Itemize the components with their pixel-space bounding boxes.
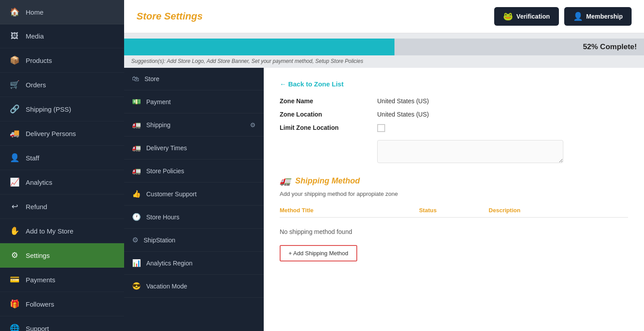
delivery-persons-icon: 🚚 — [10, 129, 20, 138]
payments-icon: 💳 — [10, 275, 20, 284]
sidebar-label-orders: Orders — [26, 81, 46, 89]
sidebar-label-home: Home — [26, 8, 43, 16]
sub-sidebar: 🛍 Store 💵 Payment 🚛 Shipping ⚙ 🚛 Deliver… — [124, 68, 264, 331]
zone-location-row: Zone Location United States (US) — [280, 111, 628, 118]
sub-sidebar-item-shipstation[interactable]: ⚙ ShipStation — [124, 229, 264, 252]
followers-icon: 🎁 — [10, 299, 20, 309]
staff-icon: 👤 — [10, 153, 20, 163]
status-col: Status — [419, 207, 488, 214]
store-policies-sub-icon: 🚛 — [132, 167, 141, 175]
sub-label-store-policies: Store Policies — [146, 167, 184, 175]
sidebar-item-refund[interactable]: ↩ Refund — [0, 195, 124, 219]
method-title-col: Method Title — [280, 207, 419, 214]
shipping-method-section: 🚛 Shipping Method Add your shipping meth… — [280, 175, 628, 261]
shipstation-sub-icon: ⚙ — [132, 236, 138, 244]
customer-support-sub-icon: 👍 — [132, 190, 141, 198]
media-icon: 🖼 — [10, 31, 20, 41]
sidebar-item-payments[interactable]: 💳 Payments — [0, 268, 124, 292]
content-row: 🛍 Store 💵 Payment 🚛 Shipping ⚙ 🚛 Deliver… — [124, 68, 644, 331]
no-method-text: No shipping method found — [280, 222, 628, 241]
sidebar-item-staff[interactable]: 👤 Staff — [0, 146, 124, 170]
sidebar-item-products[interactable]: 📦 Products — [0, 48, 124, 73]
sidebar-item-analytics[interactable]: 📈 Analytics — [0, 170, 124, 195]
sidebar: 🏠 Home 🖼 Media 📦 Products 🛒 Orders 🔗 Shi… — [0, 0, 124, 331]
limit-zone-label: Limit Zone Location — [280, 124, 377, 131]
orders-icon: 🛒 — [10, 80, 20, 90]
products-icon: 📦 — [10, 55, 20, 65]
description-col: Description — [489, 207, 628, 214]
zone-textarea-row — [280, 140, 628, 163]
payment-sub-icon: 💵 — [132, 97, 141, 106]
header-buttons: 🐸 Verification 👤 Membership — [494, 7, 632, 26]
zone-name-value: United States (US) — [377, 97, 429, 105]
membership-button[interactable]: 👤 Membership — [564, 7, 632, 26]
sidebar-label-settings: Settings — [26, 252, 50, 259]
sidebar-item-shipping[interactable]: 🔗 Shipping (PSS) — [0, 97, 124, 121]
sub-label-vacation-mode: Vacation Mode — [146, 283, 187, 290]
limit-zone-row: Limit Zone Location — [280, 124, 628, 134]
sidebar-label-shipping: Shipping (PSS) — [26, 105, 71, 113]
sidebar-item-settings[interactable]: ⚙ Settings — [0, 243, 124, 268]
sub-sidebar-item-payment[interactable]: 💵 Payment — [124, 90, 264, 113]
analytics-icon: 📈 — [10, 177, 20, 187]
home-icon: 🏠 — [10, 7, 20, 17]
progress-bar-fill — [124, 39, 394, 55]
shipping-settings-icon[interactable]: ⚙ — [250, 121, 256, 129]
sub-label-store: Store — [144, 75, 159, 82]
zone-name-row: Zone Name United States (US) — [280, 97, 628, 105]
sidebar-label-payments: Payments — [26, 276, 55, 284]
sub-label-shipping: Shipping — [146, 121, 171, 129]
sub-label-customer-support: Customer Support — [146, 191, 197, 198]
sidebar-item-home[interactable]: 🏠 Home — [0, 0, 124, 24]
membership-label: Membership — [586, 13, 623, 20]
verification-button[interactable]: 🐸 Verification — [494, 7, 558, 26]
sub-sidebar-item-customer-support[interactable]: 👍 Customer Support — [124, 183, 264, 206]
sub-sidebar-item-store[interactable]: 🛍 Store — [124, 68, 264, 90]
limit-zone-checkbox[interactable] — [377, 124, 385, 134]
sidebar-item-followers[interactable]: 🎁 Followers — [0, 292, 124, 316]
sidebar-item-orders[interactable]: 🛒 Orders — [0, 73, 124, 97]
shipping-table-header: Method Title Status Description — [280, 207, 628, 218]
sidebar-label-products: Products — [26, 57, 52, 64]
sub-sidebar-item-store-hours[interactable]: 🕐 Store Hours — [124, 206, 264, 229]
sidebar-item-add-to-my-store[interactable]: ✋ Add to My Store — [0, 219, 124, 243]
shipping-truck-icon: 🚛 — [280, 175, 291, 186]
store-sub-icon: 🛍 — [132, 75, 139, 83]
progress-section: 52% Complete! Suggestion(s): Add Store L… — [124, 33, 644, 68]
sidebar-item-media[interactable]: 🖼 Media — [0, 24, 124, 48]
sub-sidebar-item-shipping[interactable]: 🚛 Shipping ⚙ — [124, 113, 264, 136]
zone-info-table: Zone Name United States (US) Zone Locati… — [280, 97, 628, 163]
sidebar-item-delivery-persons[interactable]: 🚚 Delivery Persons — [0, 121, 124, 146]
progress-label: 52% Complete! — [583, 43, 637, 51]
sidebar-item-support[interactable]: 🌐 Support — [0, 316, 124, 331]
zone-textarea[interactable] — [377, 140, 563, 163]
sub-sidebar-item-vacation-mode[interactable]: 😎 Vacation Mode — [124, 275, 264, 298]
zone-location-label: Zone Location — [280, 111, 377, 118]
detail-panel: ← Back to Zone List Zone Name United Sta… — [264, 68, 644, 331]
sidebar-label-staff: Staff — [26, 154, 39, 162]
shipping-method-title: 🚛 Shipping Method — [280, 175, 628, 186]
zone-location-value: United States (US) — [377, 111, 429, 118]
sub-sidebar-item-store-policies[interactable]: 🚛 Store Policies — [124, 160, 264, 183]
sub-label-delivery-times: Delivery Times — [146, 144, 187, 152]
analytics-region-sub-icon: 📊 — [132, 259, 141, 267]
sidebar-label-delivery-persons: Delivery Persons — [26, 130, 76, 137]
shipping-method-title-text: Shipping Method — [295, 176, 360, 186]
shipping-icon: 🔗 — [10, 104, 20, 114]
sub-label-store-hours: Store Hours — [146, 214, 180, 221]
sub-sidebar-item-delivery-times[interactable]: 🚛 Delivery Times — [124, 136, 264, 160]
sub-sidebar-item-analytics-region[interactable]: 📊 Analytics Region — [124, 252, 264, 275]
sub-label-analytics-region: Analytics Region — [146, 260, 192, 267]
sub-label-payment: Payment — [146, 98, 171, 105]
delivery-times-sub-icon: 🚛 — [132, 144, 141, 152]
zone-name-label: Zone Name — [280, 97, 377, 105]
sidebar-label-media: Media — [26, 32, 44, 40]
sidebar-label-refund: Refund — [26, 203, 47, 210]
membership-icon: 👤 — [573, 12, 583, 21]
add-shipping-method-button[interactable]: + Add Shipping Method — [280, 245, 357, 261]
header: Store Settings 🐸 Verification 👤 Membersh… — [124, 0, 644, 33]
main-content: Store Settings 🐸 Verification 👤 Membersh… — [124, 0, 644, 331]
support-icon: 🌐 — [10, 323, 20, 331]
back-to-zone-list[interactable]: ← Back to Zone List — [280, 80, 628, 88]
store-hours-sub-icon: 🕐 — [132, 213, 141, 221]
